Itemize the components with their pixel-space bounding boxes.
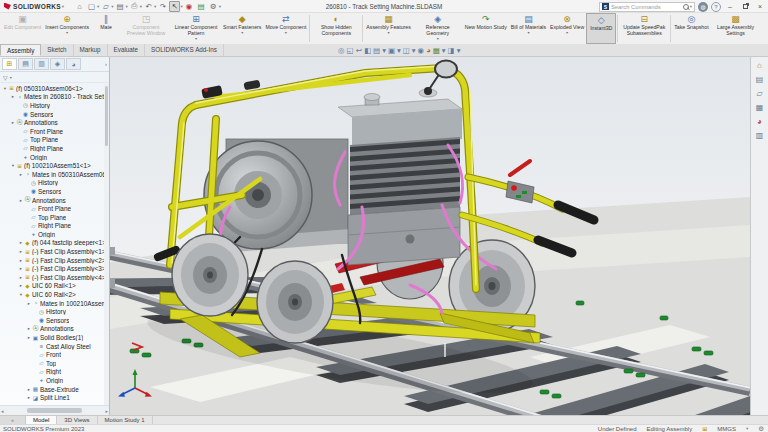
units-caret-icon[interactable]: ▾ xyxy=(746,426,748,431)
tree-item[interactable]: ◉Sensors xyxy=(0,187,104,196)
tree-item-label[interactable]: Top Plane xyxy=(38,214,66,221)
tree-item-label[interactable]: Annotations xyxy=(32,197,66,204)
insert-components-button[interactable]: ⊕ Insert Components ▾ xyxy=(43,13,91,44)
custom-properties-icon[interactable]: ▥ xyxy=(756,131,764,140)
open-button[interactable]: ▱ xyxy=(100,1,111,12)
tree-item[interactable]: ▸◪Split Line1 xyxy=(0,393,104,402)
motion-study-tab[interactable]: Motion Study 1 xyxy=(98,416,153,424)
tree-item-label[interactable]: Split Line1 xyxy=(40,394,70,401)
tree-item[interactable]: ▸▣Solid Bodies(1) xyxy=(0,333,104,342)
undo-caret-icon[interactable]: ▾ xyxy=(154,4,156,9)
previous-view-icon[interactable]: ↩ xyxy=(356,45,362,56)
tab-assembly[interactable]: Assembly xyxy=(0,44,41,56)
caret-down-icon[interactable]: ▾ xyxy=(437,37,439,41)
tree-item-label[interactable]: Sensors xyxy=(30,111,53,118)
new-document-button[interactable]: ▢ xyxy=(86,1,97,12)
search-input[interactable]: Search Commands xyxy=(611,4,681,10)
tree-item-label[interactable]: (f) 044 fastclip sleeper<1> xyxy=(32,239,104,246)
panel-overflow-icon[interactable]: › xyxy=(105,61,107,67)
caret-down-icon[interactable]: ▾ xyxy=(285,31,287,35)
tree-item[interactable]: ▾◆UIC 60 Rail<2> xyxy=(0,290,104,299)
zoom-to-fit-icon[interactable]: ◎ xyxy=(338,45,345,56)
tree-filter-row[interactable]: ▽ ▾ xyxy=(0,72,109,83)
tree-item-label[interactable]: Right Plane xyxy=(30,145,63,152)
tree-item-label[interactable]: Base-Extrude xyxy=(40,386,79,393)
select-button[interactable]: ↖ xyxy=(169,1,180,12)
configuration-manager-tab-icon[interactable]: ▥ xyxy=(34,58,49,70)
save-caret-icon[interactable]: ▾ xyxy=(126,4,128,9)
tree-item[interactable]: +Origin xyxy=(0,376,104,385)
tree-vertical-scrollbar[interactable] xyxy=(104,84,109,405)
tree-item[interactable]: ▾⊞(f) 100210Assem51<1> xyxy=(0,161,104,170)
tree-item-label[interactable]: Annotations xyxy=(40,325,74,332)
tree-item-label[interactable]: (-) Fast Clip Assembly<4> xyxy=(32,274,104,281)
tree-item[interactable]: ◷History xyxy=(0,101,104,110)
scroll-left-icon[interactable]: ◂ xyxy=(1,408,4,414)
move-component-button[interactable]: ⇄ Move Component ▾ xyxy=(263,13,308,44)
tree-item-label[interactable]: Right xyxy=(46,368,61,375)
reference-geometry-button[interactable]: ◈ Reference Geometry ▾ xyxy=(413,13,463,44)
appearances-scenes-icon[interactable]: ◕ xyxy=(757,117,762,126)
tree-item[interactable]: ▸◔Mates in 260810 - Track Setting Ma xyxy=(0,93,104,102)
tree-item-label[interactable]: UIC 60 Rail<2> xyxy=(32,291,76,298)
caret-down-icon[interactable]: ▾ xyxy=(387,31,389,35)
tree-item[interactable]: ▾⊞(f) 050310Assem06<1> xyxy=(0,84,104,93)
tree-item[interactable]: ▸⊞(-) Fast Clip Assembly<1> xyxy=(0,247,104,256)
instant3d-button[interactable]: ◇ Instant3D xyxy=(586,13,616,44)
tree-item[interactable]: +Origin xyxy=(0,230,104,239)
linear-component-pattern-button[interactable]: ⊞ Linear Component Pattern ▾ xyxy=(171,13,221,44)
tab-sketch[interactable]: Sketch xyxy=(41,44,73,56)
tree-item[interactable]: ◉Sensors xyxy=(0,316,104,325)
caret-down-icon[interactable]: ▾ xyxy=(412,45,416,56)
caret-down-icon[interactable]: ▾ xyxy=(195,37,197,41)
select-caret-icon[interactable]: ▾ xyxy=(180,4,182,9)
tree-item-label[interactable]: Origin xyxy=(38,231,55,238)
show-hidden-components-button[interactable]: ◐ Show Hidden Components xyxy=(311,13,361,44)
tree-item[interactable]: ▸▦Base-Extrude xyxy=(0,385,104,394)
options-button[interactable]: ⚙ xyxy=(208,1,219,12)
tree-item-label[interactable]: Origin xyxy=(46,377,63,384)
search-commands-box[interactable]: S Search Commands ▾ xyxy=(599,2,695,12)
save-button[interactable]: ▤ xyxy=(115,1,126,12)
tree-item[interactable]: ◉Sensors xyxy=(0,110,104,119)
options-caret-icon[interactable]: ▾ xyxy=(219,4,221,9)
tree-item[interactable]: ▱Front Plane xyxy=(0,127,104,136)
caret-down-icon[interactable]: ▾ xyxy=(241,31,243,35)
tree-item-label[interactable]: (-) Fast Clip Assembly<1> xyxy=(32,248,104,255)
view-palette-icon[interactable]: ▦ xyxy=(756,103,764,112)
tree-item-label[interactable]: Mates in 100210Assem51 xyxy=(40,300,104,307)
scrollbar-thumb[interactable] xyxy=(27,408,82,413)
smart-fasteners-button[interactable]: ◆ Smart Fasteners ▾ xyxy=(221,13,263,44)
tree-item[interactable]: ◷History xyxy=(0,179,104,188)
tab-scroll-button[interactable]: « xyxy=(0,416,26,424)
feature-manager-tab-icon[interactable]: ⊞ xyxy=(2,58,17,70)
tab-markup[interactable]: Markup xyxy=(74,44,108,56)
tab-evaluate[interactable]: Evaluate xyxy=(108,44,146,56)
edit-appearance-icon[interactable]: ◕ xyxy=(426,45,431,56)
dimxpert-manager-tab-icon[interactable]: ◈ xyxy=(50,58,65,70)
tree-item-label[interactable]: Origin xyxy=(30,154,47,161)
tree-item-label[interactable]: Cast Alloy Steel xyxy=(46,343,91,350)
tree-item[interactable]: ▱Right Plane xyxy=(0,144,104,153)
task-pane-home-icon[interactable]: ⌂ xyxy=(757,61,762,70)
tree-item-label[interactable]: Mates in 050310Assem06 xyxy=(32,171,104,178)
login-button[interactable]: ◍ xyxy=(698,2,708,12)
caret-down-icon[interactable]: ▾ xyxy=(566,31,568,35)
home-button[interactable]: ⌂ xyxy=(74,1,85,12)
search-caret-icon[interactable]: ▾ xyxy=(690,4,692,9)
close-button[interactable]: × xyxy=(754,1,766,12)
tree-item-label[interactable]: Front Plane xyxy=(30,128,63,135)
tree-item[interactable]: ▱Right xyxy=(0,368,104,377)
scroll-right-icon[interactable]: ▸ xyxy=(105,408,108,414)
tree-item-label[interactable]: Sensors xyxy=(46,317,69,324)
tree-item-label[interactable]: Top Plane xyxy=(30,136,58,143)
filter-caret-icon[interactable]: ▾ xyxy=(10,75,12,80)
new-caret-icon[interactable]: ▾ xyxy=(97,4,99,9)
view-settings-icon[interactable]: ◨ xyxy=(448,45,455,56)
display-style-icon[interactable]: ◫ xyxy=(403,45,410,56)
tree-item-label[interactable]: Top xyxy=(46,360,56,367)
open-caret-icon[interactable]: ▾ xyxy=(111,4,113,9)
restore-button[interactable] xyxy=(739,1,751,12)
tab-solidworks-add-ins[interactable]: SOLIDWORKS Add-Ins xyxy=(145,44,224,56)
file-explorer-icon[interactable]: ▱ xyxy=(756,89,762,98)
